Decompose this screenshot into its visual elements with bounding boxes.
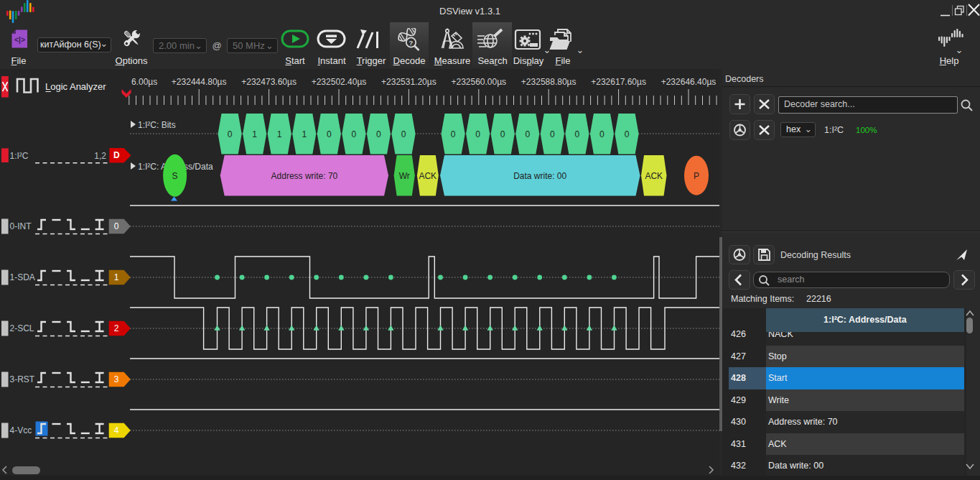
svg-text:0: 0 [401, 129, 406, 139]
svg-text:0: 0 [228, 129, 233, 139]
svg-text:+232646.40µs: +232646.40µs [661, 77, 717, 87]
svg-text:1: 1 [302, 129, 307, 139]
svg-text:S: S [172, 171, 178, 181]
svg-text:2: 2 [114, 323, 119, 333]
svg-text:0: 0 [114, 221, 119, 231]
svg-text:0: 0 [451, 129, 456, 139]
svg-text:0: 0 [500, 129, 505, 139]
svg-text:0-INT: 0-INT [10, 221, 32, 231]
svg-text:ACK: ACK [645, 171, 663, 181]
svg-text:Address write: 70: Address write: 70 [271, 171, 338, 181]
svg-text:1,2: 1,2 [94, 151, 106, 161]
svg-text:0: 0 [327, 129, 332, 139]
svg-text:+232617.60µs: +232617.60µs [591, 77, 646, 87]
svg-text:0: 0 [550, 129, 555, 139]
svg-text:2-SCL: 2-SCL [10, 323, 34, 333]
svg-text:P: P [694, 171, 699, 181]
svg-text:ACK: ACK [419, 171, 437, 181]
svg-text:+232444.80µs: +232444.80µs [172, 77, 227, 87]
svg-text:0: 0 [599, 129, 605, 139]
svg-text:1:I²C: 1:I²C [10, 151, 29, 161]
svg-text:3-RST: 3-RST [10, 374, 35, 384]
svg-text:+232473.60µs: +232473.60µs [241, 77, 297, 87]
svg-text:0: 0 [352, 129, 357, 139]
svg-text:0: 0 [475, 129, 480, 139]
svg-text:Logic Analyzer: Logic Analyzer [45, 81, 106, 92]
svg-text:0: 0 [575, 129, 580, 139]
svg-text:+232502.40µs: +232502.40µs [312, 77, 367, 87]
svg-text:1:I²C: Bits: 1:I²C: Bits [138, 120, 176, 130]
svg-text:Data write: 00: Data write: 00 [513, 171, 566, 181]
svg-text:1: 1 [277, 129, 282, 139]
svg-text:0: 0 [625, 129, 630, 139]
svg-text:0: 0 [376, 129, 381, 139]
svg-text:D: D [113, 150, 120, 160]
svg-text:1: 1 [114, 272, 119, 282]
svg-text:1-SDA: 1-SDA [10, 272, 35, 282]
svg-text:3: 3 [114, 374, 119, 384]
svg-text:4: 4 [114, 425, 119, 435]
svg-text:+232560.00µs: +232560.00µs [451, 77, 506, 87]
svg-text:Wr: Wr [399, 171, 410, 181]
svg-text:0: 0 [525, 129, 530, 139]
svg-text:6.00µs: 6.00µs [131, 77, 157, 87]
svg-text:+232531.20µs: +232531.20µs [381, 77, 437, 87]
svg-text:4-Vcc: 4-Vcc [10, 425, 32, 435]
svg-text:+232588.80µs: +232588.80µs [521, 77, 577, 87]
svg-text:1: 1 [252, 129, 257, 139]
